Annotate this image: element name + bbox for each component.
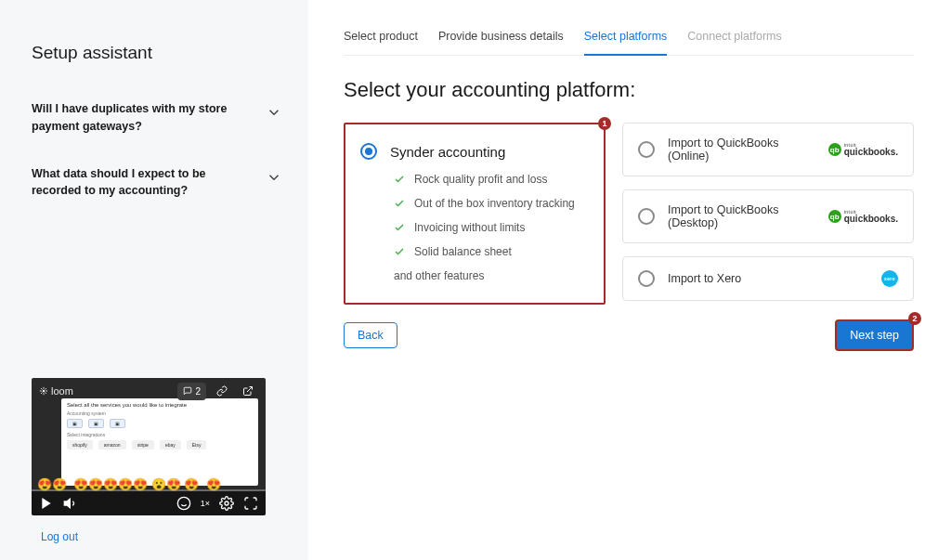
feature-item: Invoicing without limits	[394, 221, 589, 234]
step-business-details[interactable]: Provide business details	[438, 30, 564, 55]
option-label: Import to QuickBooks (Desktop)	[668, 203, 815, 229]
other-features-text: and other features	[394, 269, 589, 282]
svg-marker-2	[42, 498, 50, 509]
check-icon	[394, 174, 405, 185]
platform-card-qb-desktop[interactable]: Import to QuickBooks (Desktop) qb intuit…	[622, 189, 914, 243]
sidebar: Setup assistant Will I have duplicates w…	[0, 0, 308, 560]
settings-icon[interactable]	[219, 496, 234, 511]
radio-selected[interactable]	[360, 143, 377, 160]
page-title: Select your accounting platform:	[344, 78, 914, 102]
link-icon[interactable]	[212, 381, 232, 401]
svg-marker-3	[64, 499, 70, 507]
radio-unselected[interactable]	[638, 141, 655, 158]
video-topbar: loom 2	[32, 378, 266, 404]
feature-item: Rock quality profit and loss	[394, 173, 589, 186]
loom-brand: loom	[39, 385, 73, 397]
platform-card-xero[interactable]: Import to Xero xero	[622, 256, 914, 301]
next-step-button[interactable]: Next step	[835, 319, 914, 351]
platform-title: Synder accounting	[390, 144, 505, 160]
chevron-down-icon	[266, 104, 282, 121]
feature-list: Rock quality profit and loss Out of the …	[394, 173, 589, 258]
svg-point-7	[225, 501, 228, 505]
step-connect-platforms: Connect platforms	[687, 30, 781, 55]
quickbooks-logo: qb intuit quickbooks.	[828, 143, 898, 157]
footer-actions: Back Next step 2	[344, 319, 914, 351]
faq-item[interactable]: Will I have duplicates with my store pay…	[32, 91, 282, 145]
radio-unselected[interactable]	[638, 208, 655, 225]
quickbooks-logo: qb intuit quickbooks.	[828, 210, 898, 224]
video-preview[interactable]: loom 2 Select all the services you would…	[32, 378, 266, 515]
sidebar-title: Setup assistant	[32, 43, 282, 63]
svg-point-0	[43, 390, 46, 393]
step-select-platforms[interactable]: Select platforms	[584, 30, 668, 56]
step-select-product[interactable]: Select product	[344, 30, 418, 55]
chevron-down-icon	[266, 169, 282, 186]
playback-speed[interactable]: 1×	[201, 499, 210, 508]
faq-question: What data should I expect to be recorded…	[32, 165, 245, 201]
option-label: Import to Xero	[668, 272, 868, 285]
play-icon[interactable]	[39, 496, 54, 511]
main-content: Select product Provide business details …	[308, 0, 951, 560]
feature-item: Solid balance sheet	[394, 245, 589, 258]
check-icon	[394, 222, 405, 233]
logout-link[interactable]: Log out	[41, 530, 78, 543]
comment-button[interactable]: 2	[177, 383, 206, 400]
radio-unselected[interactable]	[638, 270, 655, 287]
xero-logo: xero	[881, 270, 898, 287]
check-icon	[394, 198, 405, 209]
stepper: Select product Provide business details …	[344, 30, 914, 56]
option-label: Import to QuickBooks (Online)	[668, 137, 815, 163]
faq-question: Will I have duplicates with my store pay…	[32, 100, 245, 136]
platform-card-synder[interactable]: 1 Synder accounting Rock quality profit …	[344, 123, 606, 305]
smile-icon[interactable]	[176, 496, 191, 511]
back-button[interactable]: Back	[344, 322, 397, 348]
svg-point-4	[177, 497, 189, 509]
fullscreen-icon[interactable]	[243, 496, 258, 511]
video-thumbnail: Select all the services you would like t…	[61, 398, 258, 486]
platform-card-qb-online[interactable]: Import to QuickBooks (Online) qb intuit …	[622, 123, 914, 176]
volume-icon[interactable]	[63, 496, 78, 511]
check-icon	[394, 246, 405, 257]
faq-item[interactable]: What data should I expect to be recorded…	[32, 156, 282, 210]
svg-line-1	[247, 387, 253, 393]
feature-item: Out of the box inventory tracking	[394, 197, 589, 210]
popout-icon[interactable]	[238, 381, 258, 401]
video-controls: 1×	[32, 491, 266, 515]
annotation-badge: 1	[598, 117, 611, 130]
annotation-badge: 2	[908, 312, 921, 325]
